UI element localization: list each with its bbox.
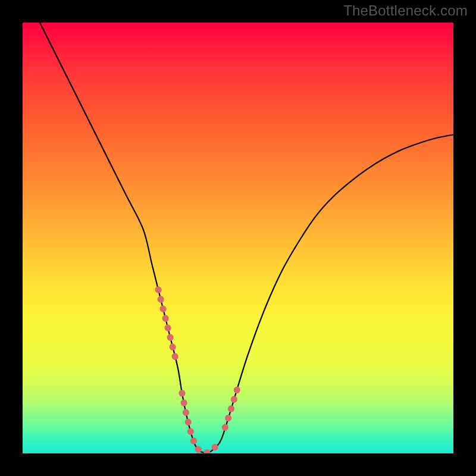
curve-overlay [23,23,453,453]
bottleneck-curve [40,23,453,453]
plot-area [23,23,453,453]
watermark-text: TheBottleneck.com [343,2,468,19]
highlight-valley-floor [182,393,217,453]
chart-container: TheBottleneck.com [0,0,476,476]
